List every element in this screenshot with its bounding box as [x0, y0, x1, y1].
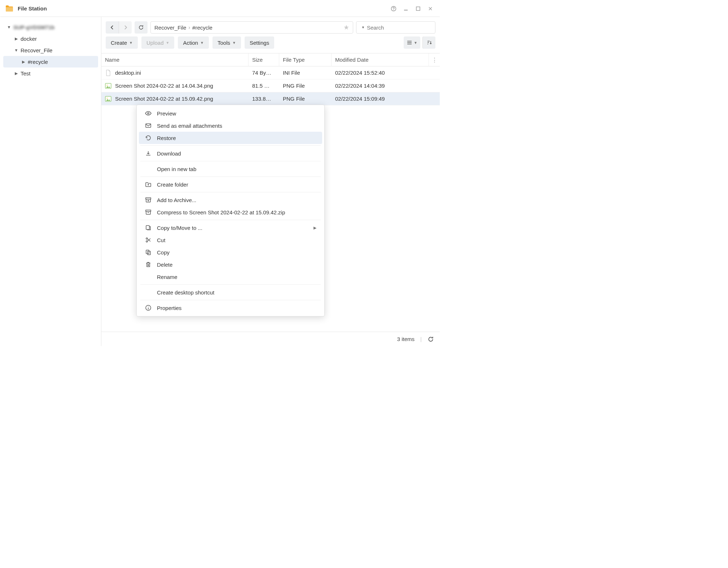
chevron-down-icon: ▼ — [6, 25, 12, 29]
info-icon — [145, 305, 152, 311]
action-toolbar: Create▼ Upload▼ Action▼ Tools▼ Settings … — [101, 36, 440, 53]
svg-rect-2 — [416, 7, 420, 10]
svg-point-8 — [148, 113, 149, 114]
refresh-icon[interactable] — [427, 336, 434, 342]
col-size[interactable]: Size — [249, 53, 279, 66]
tree-item-label: #recycle — [28, 59, 48, 65]
breadcrumb: Recover_File › #recycle ★ — [150, 21, 353, 34]
svg-point-13 — [146, 238, 148, 239]
app-icon — [5, 4, 14, 13]
file-icon — [105, 70, 111, 76]
tree-item-docker[interactable]: ▶ docker — [0, 33, 101, 44]
svg-rect-9 — [146, 124, 151, 127]
menu-delete[interactable]: Delete — [139, 258, 322, 271]
file-name: Screen Shot 2024-02-22 at 15.09.42.png — [115, 96, 213, 102]
tools-button[interactable]: Tools▼ — [212, 36, 241, 49]
tree-item-recover-file[interactable]: ▼ Recover_File — [0, 44, 101, 56]
window: File Station ▼ SUP-gVDSM71b ▶ docker ▼ R… — [0, 0, 440, 346]
folder-plus-icon — [145, 181, 152, 188]
menu-copy-move[interactable]: Copy to/Move to ... ▶ — [139, 222, 322, 234]
svg-rect-11 — [146, 210, 151, 211]
view-list-button[interactable]: ▼ — [404, 36, 420, 49]
menu-shortcut[interactable]: Create desktop shortcut — [139, 286, 322, 298]
nav-toolbar: Recover_File › #recycle ★ ▼ — [101, 17, 440, 36]
maximize-button[interactable] — [413, 4, 423, 14]
col-menu-button[interactable]: ⋮ — [429, 53, 440, 66]
file-date: 02/22/2024 15:52:40 — [332, 70, 429, 76]
breadcrumb-seg-0[interactable]: Recover_File — [154, 25, 186, 31]
svg-rect-10 — [146, 198, 151, 199]
svg-point-7 — [107, 97, 108, 99]
action-button[interactable]: Action▼ — [178, 36, 209, 49]
menu-add-archive[interactable]: Add to Archive... — [139, 194, 322, 206]
mail-icon — [145, 122, 152, 129]
svg-point-5 — [107, 84, 108, 86]
col-date[interactable]: Modified Date — [332, 53, 429, 66]
image-icon — [105, 83, 111, 89]
help-button[interactable] — [389, 4, 399, 14]
tree-item-label: Test — [21, 70, 31, 77]
file-name: desktop.ini — [115, 70, 141, 76]
table-row[interactable]: Screen Shot 2024-02-22 at 14.04.34.png 8… — [101, 79, 440, 92]
tree-item-label: docker — [21, 36, 37, 42]
status-item-count: 3 items — [397, 336, 415, 342]
chevron-right-icon: › — [188, 25, 190, 30]
menu-copy[interactable]: Copy — [139, 246, 322, 258]
context-menu: Preview Send as email attachments Restor… — [136, 105, 325, 316]
menu-rename[interactable]: Rename — [139, 271, 322, 283]
col-name[interactable]: Name — [101, 53, 249, 66]
table-row[interactable]: Screen Shot 2024-02-22 at 15.09.42.png 1… — [101, 92, 440, 105]
table-header: Name Size File Type Modified Date ⋮ — [101, 53, 440, 66]
window-title: File Station — [18, 5, 47, 12]
archive-add-icon — [145, 197, 152, 203]
statusbar: 3 items | — [101, 332, 440, 346]
table-row[interactable]: desktop.ini 74 By… INI File 02/22/2024 1… — [101, 66, 440, 79]
menu-cut[interactable]: Cut — [139, 234, 322, 246]
menu-properties[interactable]: Properties — [139, 302, 322, 314]
search-bar[interactable]: ▼ — [356, 21, 435, 34]
close-button[interactable] — [425, 4, 435, 14]
menu-compress[interactable]: Compress to Screen Shot 2024-02-22 at 15… — [139, 206, 322, 218]
titlebar: File Station — [0, 0, 440, 17]
chevron-right-icon: ▶ — [13, 36, 19, 41]
menu-create-folder[interactable]: Create folder — [139, 178, 322, 191]
chevron-right-icon: ▶ — [13, 71, 19, 76]
svg-rect-12 — [146, 226, 149, 230]
file-type: INI File — [279, 70, 332, 76]
tree-root[interactable]: ▼ SUP-gVDSM71b — [0, 21, 101, 33]
create-button[interactable]: Create▼ — [106, 36, 138, 49]
nav-back-button[interactable] — [106, 21, 119, 34]
search-input[interactable] — [367, 25, 435, 31]
col-type[interactable]: File Type — [279, 53, 332, 66]
file-size: 133.8… — [249, 96, 279, 102]
file-date: 02/22/2024 15:09:49 — [332, 96, 429, 102]
tree-item-label: Recover_File — [21, 47, 52, 53]
tree-item-recycle[interactable]: ▶ #recycle — [3, 56, 98, 67]
chevron-down-icon: ▼ — [13, 48, 19, 52]
sort-button[interactable] — [422, 36, 435, 49]
upload-button[interactable]: Upload▼ — [141, 36, 174, 49]
tree-item-test[interactable]: ▶ Test — [0, 67, 101, 79]
chevron-down-icon: ▼ — [361, 26, 365, 29]
star-icon[interactable]: ★ — [343, 23, 349, 31]
image-icon — [105, 96, 111, 102]
chevron-right-icon: ▶ — [21, 60, 26, 64]
tree-root-label: SUP-gVDSM71b — [13, 24, 54, 30]
menu-preview[interactable]: Preview — [139, 107, 322, 119]
minimize-button[interactable] — [401, 4, 411, 14]
file-type: PNG File — [279, 96, 332, 102]
nav-forward-button[interactable] — [119, 21, 132, 34]
file-name: Screen Shot 2024-02-22 at 14.04.34.png — [115, 83, 213, 89]
file-type: PNG File — [279, 83, 332, 89]
menu-send-email[interactable]: Send as email attachments — [139, 119, 322, 132]
sidebar: ▼ SUP-gVDSM71b ▶ docker ▼ Recover_File ▶… — [0, 17, 101, 346]
breadcrumb-seg-1[interactable]: #recycle — [192, 25, 212, 31]
refresh-button[interactable] — [135, 21, 148, 34]
menu-restore[interactable]: Restore — [139, 132, 322, 144]
settings-button[interactable]: Settings — [245, 36, 274, 49]
menu-open-tab[interactable]: Open in new tab — [139, 163, 322, 175]
copy-move-icon — [145, 224, 152, 231]
menu-download[interactable]: Download — [139, 147, 322, 160]
svg-rect-1 — [404, 10, 408, 10]
file-date: 02/22/2024 14:04:39 — [332, 83, 429, 89]
